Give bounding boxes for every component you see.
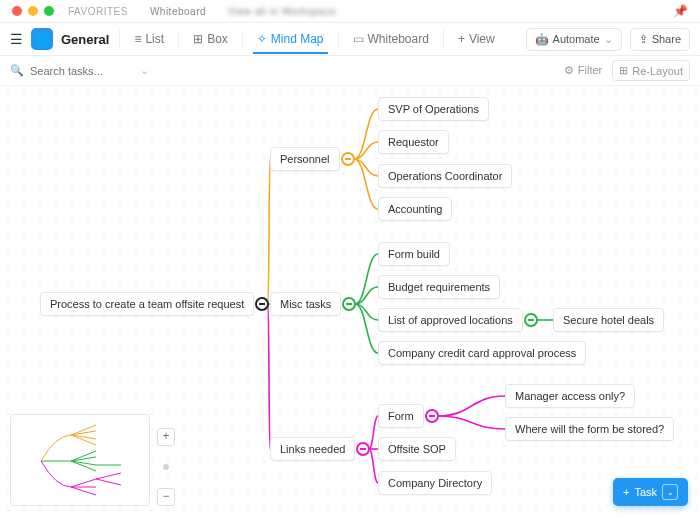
- task-more-icon[interactable]: ⌄: [662, 484, 678, 500]
- space-name[interactable]: General: [61, 32, 109, 47]
- automate-label: Automate: [553, 33, 600, 45]
- chevron-down-icon: ⌄: [604, 33, 613, 46]
- search-box[interactable]: 🔍 ⌄: [10, 64, 149, 77]
- search-input[interactable]: [30, 65, 130, 77]
- node-root[interactable]: Process to create a team offsite request: [40, 292, 254, 316]
- view-add[interactable]: +View: [454, 26, 499, 52]
- relayout-icon: ⊞: [619, 64, 628, 77]
- node-links-child-0[interactable]: Form: [378, 404, 424, 428]
- relayout-label: Re-Layout: [632, 65, 683, 77]
- node-links-grand-0-1[interactable]: Where will the form be stored?: [505, 417, 674, 441]
- node-personnel-child-3[interactable]: Accounting: [378, 197, 452, 221]
- main-toolbar: ☰ 🌐 General ≡List ⊞Box ✧Mind Map ▭Whiteb…: [0, 22, 700, 56]
- view-mindmap[interactable]: ✧Mind Map: [253, 26, 328, 54]
- maximize-traffic-light[interactable]: [44, 6, 54, 16]
- zoom-out-button[interactable]: −: [157, 488, 175, 506]
- filter-button[interactable]: ⚙Filter: [564, 64, 602, 77]
- node-misc-child-1[interactable]: Budget requirements: [378, 275, 500, 299]
- node-personnel-child-1[interactable]: Requestor: [378, 130, 449, 154]
- plus-icon: +: [623, 486, 629, 498]
- connector-misc-child-2[interactable]: [524, 313, 538, 327]
- search-icon: 🔍: [10, 64, 24, 77]
- filter-label: Filter: [578, 64, 602, 77]
- node-links-grand-0-0[interactable]: Manager access only?: [505, 384, 635, 408]
- task-button-label: Task: [634, 486, 657, 498]
- connector-personnel[interactable]: [341, 152, 355, 166]
- box-icon: ⊞: [193, 32, 203, 46]
- view-box-label: Box: [207, 32, 228, 46]
- menu-icon[interactable]: ☰: [10, 31, 23, 47]
- view-box[interactable]: ⊞Box: [189, 26, 232, 52]
- new-task-button[interactable]: + Task ⌄: [613, 478, 688, 506]
- view-list[interactable]: ≡List: [130, 26, 168, 52]
- minimap[interactable]: [10, 414, 150, 506]
- connector-root[interactable]: [255, 297, 269, 311]
- separator: [119, 30, 120, 48]
- node-personnel[interactable]: Personnel: [270, 147, 340, 171]
- pin-icon[interactable]: 📌: [673, 4, 688, 18]
- sub-toolbar: 🔍 ⌄ ⚙Filter ⊞Re-Layout: [0, 56, 700, 86]
- node-links[interactable]: Links needed: [270, 437, 355, 461]
- automate-button[interactable]: 🤖Automate⌄: [526, 28, 622, 51]
- node-personnel-child-0[interactable]: SVP of Operations: [378, 97, 489, 121]
- node-misc-child-2[interactable]: List of approved locations: [378, 308, 523, 332]
- connector-links[interactable]: [356, 442, 370, 456]
- plus-icon: +: [458, 32, 465, 46]
- connector-misc[interactable]: [342, 297, 356, 311]
- view-mindmap-label: Mind Map: [271, 32, 324, 46]
- mindmap-icon: ✧: [257, 32, 267, 46]
- share-icon: ⇪: [639, 33, 648, 46]
- node-misc-child-0[interactable]: Form build: [378, 242, 450, 266]
- node-misc-grand-2-0[interactable]: Secure hotel deals: [553, 308, 664, 332]
- node-misc-child-3[interactable]: Company credit card approval process: [378, 341, 586, 365]
- connector-links-child-0[interactable]: [425, 409, 439, 423]
- mindmap-canvas[interactable]: Process to create a team offsite request…: [0, 86, 700, 518]
- node-personnel-child-2[interactable]: Operations Coordinator: [378, 164, 512, 188]
- close-traffic-light[interactable]: [12, 6, 22, 16]
- whiteboard-tab[interactable]: Whiteboard: [142, 6, 214, 17]
- share-button[interactable]: ⇪Share: [630, 28, 690, 51]
- minimize-traffic-light[interactable]: [28, 6, 38, 16]
- chevron-down-icon[interactable]: ⌄: [140, 64, 149, 77]
- window-titlebar: FAVORITES Whiteboard View all in Workspa…: [0, 0, 700, 22]
- blurred-tab[interactable]: View all in Workspace: [220, 6, 344, 17]
- view-add-label: View: [469, 32, 495, 46]
- list-icon: ≡: [134, 32, 141, 46]
- node-links-child-2[interactable]: Company Directory: [378, 471, 492, 495]
- robot-icon: 🤖: [535, 33, 549, 46]
- node-links-child-1[interactable]: Offsite SOP: [378, 437, 456, 461]
- view-whiteboard[interactable]: ▭Whiteboard: [349, 26, 433, 52]
- space-avatar[interactable]: 🌐: [31, 28, 53, 50]
- share-label: Share: [652, 33, 681, 45]
- zoom-in-button[interactable]: +: [157, 428, 175, 446]
- filter-icon: ⚙: [564, 64, 574, 77]
- zoom-controls: + −: [155, 428, 177, 506]
- favorites-tab[interactable]: FAVORITES: [60, 6, 136, 17]
- zoom-handle[interactable]: [163, 464, 169, 470]
- view-list-label: List: [145, 32, 164, 46]
- node-misc[interactable]: Misc tasks: [270, 292, 341, 316]
- relayout-button[interactable]: ⊞Re-Layout: [612, 60, 690, 81]
- view-whiteboard-label: Whiteboard: [368, 32, 429, 46]
- whiteboard-icon: ▭: [353, 32, 364, 46]
